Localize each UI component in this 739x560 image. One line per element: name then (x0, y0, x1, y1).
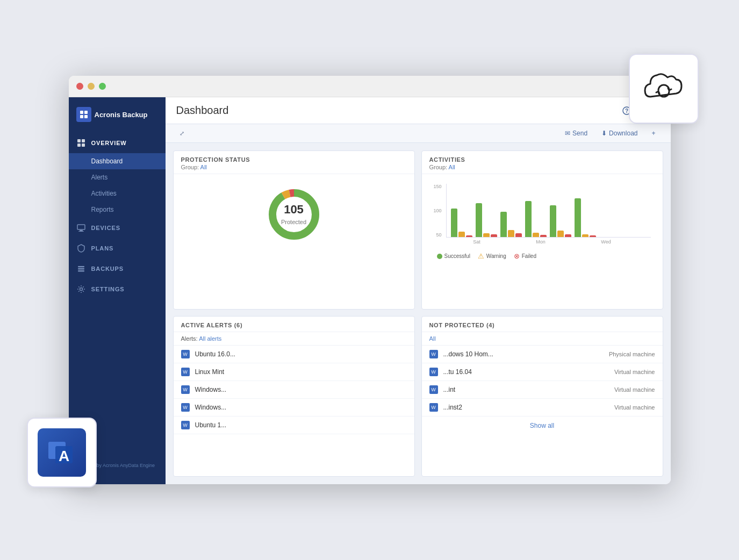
logo-icon (76, 107, 91, 122)
x-label-sat: Sat (473, 239, 480, 245)
svg-rect-0 (80, 111, 83, 114)
not-protected-sub-header: All (422, 332, 663, 346)
svg-point-14 (80, 288, 82, 291)
os-icon: W (429, 385, 438, 394)
active-alerts-title: ACTIVE ALERTS (6) (181, 322, 407, 328)
acronis-logo: A (38, 428, 86, 477)
protection-status-subtitle: Group: All (181, 164, 407, 170)
svg-rect-1 (84, 111, 88, 114)
active-alerts-header: ACTIVE ALERTS (6) (174, 317, 414, 332)
svg-rect-12 (78, 268, 84, 270)
minimize-button[interactable] (88, 83, 95, 90)
legend-failed: ⊗ Failed (514, 252, 536, 260)
main-toolbar: ⤢ ✉ Send ⬇ Download + (166, 124, 671, 143)
sidebar-item-plans[interactable]: Plans (69, 238, 166, 259)
y-label-100: 100 (434, 208, 442, 213)
grid-icon (76, 138, 86, 148)
warning-icon: ⚠ (478, 252, 484, 260)
failed-icon: ⊗ (514, 252, 520, 260)
svg-rect-11 (78, 266, 84, 268)
sidebar-logo: Acronis Backup (69, 97, 166, 133)
os-icon: W (429, 350, 438, 358)
os-icon: W (429, 368, 438, 376)
donut-center: 105 Protected (281, 203, 306, 226)
protection-group-link[interactable]: All (200, 164, 207, 170)
gear-icon (76, 284, 86, 294)
overview-label: Overview (91, 140, 127, 146)
maximize-button[interactable] (99, 83, 106, 90)
successful-label: Successful (444, 253, 470, 259)
list-item[interactable]: W ...tu 16.04 Virtual machine (422, 363, 663, 381)
np-name: ...tu 16.04 (443, 368, 591, 376)
svg-rect-5 (82, 139, 85, 142)
legend-warning: ⚠ Warning (478, 252, 506, 260)
x-label-wed: Wed (601, 239, 611, 245)
svg-rect-13 (78, 270, 84, 272)
legend-successful: Successful (437, 253, 470, 259)
alert-name: Windows... (195, 386, 227, 393)
os-icon: W (181, 403, 190, 412)
np-name: ...int (443, 386, 591, 393)
sidebar-item-reports[interactable]: Reports (69, 202, 166, 218)
add-label: + (651, 130, 655, 137)
sidebar-item-dashboard[interactable]: Dashboard (69, 153, 166, 169)
monitor-icon (76, 223, 86, 233)
sidebar-item-overview[interactable]: Overview (69, 133, 166, 153)
list-item[interactable]: W ...int Virtual machine (422, 381, 663, 399)
alert-row[interactable]: W Linux Mint (174, 363, 414, 381)
svg-text:A: A (59, 448, 69, 464)
sidebar-item-activities[interactable]: Activities (69, 185, 166, 202)
protection-status-header: PROTECTION STATUS Group: All (174, 151, 414, 174)
expand-btn[interactable]: ⤢ (176, 128, 188, 139)
y-label-150: 150 (434, 184, 442, 189)
alert-row[interactable]: W Ubuntu 16.0... (174, 346, 414, 363)
active-alerts-card: ACTIVE ALERTS (6) Alerts: All alerts W U… (173, 316, 415, 477)
list-item[interactable]: W ...inst2 Virtual machine (422, 399, 663, 417)
app-layout: Acronis Backup Overview Dashboard Alerts… (69, 97, 671, 484)
download-icon: ⬇ (601, 130, 607, 137)
download-button[interactable]: ⬇ Download (597, 127, 642, 139)
alert-row[interactable]: W Windows... (174, 399, 414, 417)
alert-row[interactable]: W Ubuntu 1... (174, 417, 414, 434)
protection-status-card: PROTECTION STATUS Group: All (173, 150, 415, 310)
alert-row[interactable]: W Windows... (174, 381, 414, 399)
browser-titlebar (69, 76, 671, 97)
sidebar-item-backups[interactable]: Backups (69, 259, 166, 279)
activities-group-link[interactable]: All (449, 164, 455, 170)
show-all-button[interactable]: Show all (422, 417, 663, 435)
sidebar-item-settings[interactable]: Settings (69, 279, 166, 299)
all-alerts-link[interactable]: All alerts (199, 335, 221, 342)
svg-rect-4 (77, 139, 81, 142)
alert-name: Ubuntu 16.0... (195, 350, 235, 358)
all-link[interactable]: All (429, 335, 436, 342)
send-button[interactable]: ✉ Send (561, 127, 592, 139)
sidebar-item-devices[interactable]: Devices (69, 218, 166, 238)
protected-count: 105 (281, 203, 306, 217)
backups-label: Backups (91, 265, 124, 272)
cloud-sync-float (629, 54, 699, 124)
np-name: ...dows 10 Hom... (443, 350, 591, 358)
alert-name: Ubuntu 1... (195, 421, 227, 429)
alerts-body: W Ubuntu 16.0... W Linux Mint W Windows.… (174, 346, 414, 434)
list-item[interactable]: W ...dows 10 Hom... Physical machine (422, 346, 663, 363)
y-label-50: 50 (434, 232, 442, 238)
settings-label: Settings (91, 286, 125, 292)
not-protected-title: NOT PROTECTED (4) (429, 322, 655, 328)
add-button[interactable]: + (647, 127, 659, 139)
sidebar-item-alerts[interactable]: Alerts (69, 169, 166, 185)
svg-rect-6 (77, 143, 81, 147)
plans-label: Plans (91, 245, 114, 252)
os-icon: W (429, 403, 438, 412)
devices-label: Devices (91, 225, 120, 231)
close-button[interactable] (76, 83, 83, 90)
main-header: Dashboard ? (166, 97, 671, 124)
svg-rect-8 (77, 225, 85, 229)
protection-status-title: PROTECTION STATUS (181, 156, 407, 163)
alerts-sub-header: Alerts: All alerts (174, 332, 414, 346)
successful-dot (437, 254, 442, 259)
failed-label: Failed (522, 253, 536, 259)
activities-card: ACTIVITIES Group: All 150 100 50 (421, 150, 663, 310)
warning-label: Warning (486, 253, 506, 259)
svg-rect-3 (84, 115, 88, 118)
download-label: Download (609, 130, 637, 137)
